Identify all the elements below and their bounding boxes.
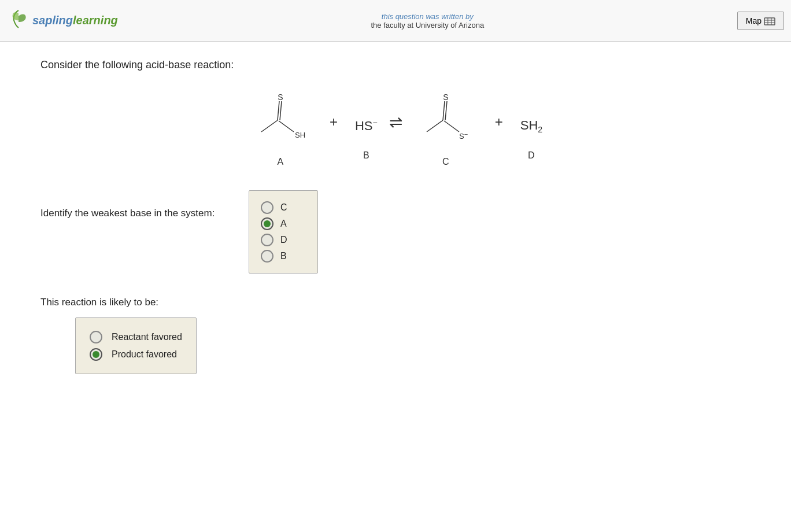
molecule-c-label: C	[442, 157, 449, 167]
weakest-base-option-a[interactable]: A	[261, 217, 306, 230]
molecule-c-container: S S− C	[414, 88, 478, 167]
svg-line-10	[443, 101, 445, 120]
molecule-d-container: SH2 D	[520, 95, 542, 161]
svg-line-4	[278, 101, 279, 120]
header-attribution: this question was written by the faculty…	[371, 12, 484, 29]
svg-line-5	[280, 101, 282, 120]
option-c-label: C	[280, 202, 287, 213]
written-by-line1: this question was written by	[371, 12, 484, 21]
reactant-favored-option[interactable]: Reactant favored	[90, 331, 182, 343]
radio-product-favored[interactable]	[90, 348, 102, 361]
molecule-b-label: B	[363, 150, 369, 161]
equation-area: S SH A + HS− B	[40, 88, 751, 167]
molecule-d-formula: SH2	[520, 95, 542, 146]
question-intro: Consider the following acid-base reactio…	[40, 59, 751, 71]
product-favored-label: Product favored	[112, 349, 177, 360]
plus-operator-1: +	[330, 114, 338, 142]
svg-line-11	[445, 101, 447, 120]
radio-circle-d[interactable]	[261, 234, 273, 246]
logo-text: saplinglearning	[32, 14, 118, 27]
reactant-favored-label: Reactant favored	[112, 332, 182, 342]
map-button-label: Map	[746, 16, 762, 25]
molecule-d-label: D	[528, 150, 535, 161]
svg-text:S: S	[443, 93, 448, 102]
equilibrium-arrows: ⇌	[389, 113, 402, 143]
weakest-base-section: Identify the weakest base in the system:…	[40, 190, 751, 274]
content-area: Consider the following acid-base reactio…	[0, 42, 791, 391]
weakest-base-prompt: Identify the weakest base in the system:	[40, 190, 226, 219]
weakest-base-option-c[interactable]: C	[261, 201, 306, 214]
svg-text:S: S	[278, 93, 283, 102]
map-icon	[764, 16, 775, 26]
svg-line-13	[444, 121, 459, 132]
reaction-type-options: Reactant favored Product favored	[75, 317, 197, 374]
logo-area: saplinglearning	[7, 8, 118, 34]
svg-text:S−: S−	[459, 131, 468, 141]
weakest-base-option-d[interactable]: D	[261, 234, 306, 246]
svg-line-12	[427, 120, 443, 132]
main-container: saplinglearning this question was writte…	[0, 0, 791, 532]
map-button[interactable]: Map	[737, 12, 784, 30]
written-by-line2: the faculty at University of Arizona	[371, 21, 484, 29]
option-a-label: A	[280, 219, 287, 229]
option-d-label: D	[280, 235, 287, 245]
sapling-logo-icon	[7, 8, 30, 34]
svg-line-6	[261, 120, 278, 132]
svg-line-7	[279, 121, 294, 132]
molecule-a-label: A	[278, 157, 284, 167]
molecule-a-svg: S SH	[249, 88, 312, 152]
svg-rect-0	[764, 18, 775, 25]
weakest-base-option-b[interactable]: B	[261, 250, 306, 263]
reaction-type-prompt: This reaction is likely to be:	[40, 297, 751, 308]
radio-circle-b[interactable]	[261, 250, 273, 263]
product-favored-option[interactable]: Product favored	[90, 348, 182, 361]
radio-reactant-favored[interactable]	[90, 331, 102, 343]
radio-circle-c[interactable]	[261, 201, 273, 214]
molecule-a-container: S SH A	[249, 88, 312, 167]
molecule-b-formula: HS−	[355, 95, 378, 145]
weakest-base-options: C A D B	[249, 190, 318, 274]
molecule-b-container: HS− B	[355, 95, 378, 160]
header: saplinglearning this question was writte…	[0, 0, 791, 42]
option-b-label: B	[280, 251, 287, 261]
svg-text:SH: SH	[295, 131, 305, 139]
reaction-section: This reaction is likely to be: Reactant …	[40, 297, 751, 374]
radio-circle-a[interactable]	[261, 217, 273, 230]
molecule-c-svg: S S−	[414, 88, 478, 152]
plus-operator-2: +	[495, 114, 503, 142]
